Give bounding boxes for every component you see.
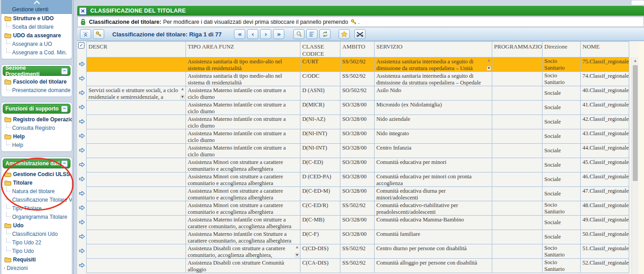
section-header-funzioni-di-supporto[interactable]: Funzioni di supporto −: [3, 104, 71, 114]
search-button[interactable]: [293, 29, 304, 39]
sidebar-item-classificazione-titolare-vid[interactable]: Classificazione Titolare Vid: [1, 195, 72, 204]
sidebar-item-udo[interactable]: Udo: [1, 221, 72, 230]
cell-servizio[interactable]: Nido aziendale: [375, 115, 492, 129]
collapse-section-icon[interactable]: −: [61, 106, 68, 112]
cell-direzione[interactable]: Socio Sanitario: [543, 72, 581, 86]
cell-servizio[interactable]: Comunità educativa per minori: [375, 158, 492, 172]
column-header-direzione[interactable]: Direzione: [543, 42, 581, 57]
sidebar-item-consulta-registro[interactable]: Consulta Registro: [1, 124, 72, 132]
sidebar-item-direzioni[interactable]: Direzioni: [1, 264, 72, 272]
cell-ambito[interactable]: SO/328/00: [340, 101, 375, 115]
table-row-handle[interactable]: [77, 129, 86, 143]
spinner-down-icon[interactable]: ▼: [295, 253, 299, 257]
table-row-handle[interactable]: [77, 57, 86, 71]
cell-descr[interactable]: [87, 158, 186, 172]
cell-nome[interactable]: 41.Classif_regionale: [581, 101, 629, 115]
sidebar-item-registro-delle-operazion[interactable]: Registro delle Operazion: [1, 115, 72, 124]
sidebar-item-tipo-udo-22[interactable]: Tipo Udo 22: [1, 238, 72, 247]
last-record-button[interactable]: »: [273, 29, 284, 39]
cell-ambito[interactable]: SO/328/00: [340, 129, 375, 144]
cell-tipo_area_funz[interactable]: Assistenza Disabili con strutture Comuni…: [186, 259, 300, 273]
cell-direzione[interactable]: Socio Sanitario: [543, 57, 581, 72]
cell-programmazione[interactable]: [492, 187, 543, 201]
cell-descr[interactable]: [87, 201, 186, 216]
cell-descr[interactable]: Servizi sociali e strutture sociali, a c…: [87, 86, 186, 101]
cell-programmazione[interactable]: [492, 201, 543, 216]
cell-servizio[interactable]: Assistenza sanitaria intermedia a seguit…: [375, 72, 492, 86]
cell-servizio[interactable]: Centro diurno per persone con disabilità: [375, 244, 492, 259]
column-header-tipo-area-funz[interactable]: TIPO AREA FUNZ: [186, 42, 300, 57]
cell-direzione[interactable]: Sociale: [543, 216, 581, 230]
cell-classe_codice[interactable]: D(C-ED): [300, 158, 340, 172]
cell-descr[interactable]: [87, 115, 186, 129]
cell-ambito[interactable]: SS/502/92: [340, 244, 375, 259]
table-scrollbar[interactable]: ▲: [631, 57, 639, 274]
collapse-section-icon[interactable]: −: [61, 160, 68, 167]
sidebar-item-classificazioni-udo[interactable]: Classificazioni Udo: [1, 230, 72, 238]
cell-tipo_area_funz[interactable]: Assistenza Minori con strutture a caratt…: [186, 158, 300, 172]
cell-programmazione[interactable]: [492, 144, 543, 158]
cell-classe_codice[interactable]: D (ASNI): [300, 86, 340, 101]
cell-classe_codice[interactable]: D(C-ED-M): [300, 187, 340, 201]
column-header-ambito[interactable]: AMBITO: [340, 42, 375, 57]
cell-nome[interactable]: 40.Classif_regionale: [581, 86, 629, 101]
cell-ambito[interactable]: SO/328/00: [340, 172, 375, 187]
cell-classe_codice[interactable]: C/ODC: [300, 72, 340, 86]
cell-programmazione[interactable]: [492, 230, 543, 244]
cell-descr[interactable]: [87, 172, 186, 187]
cell-servizio[interactable]: Comunità familiare: [375, 230, 492, 244]
sidebar-item-strutture-e-udo[interactable]: Strutture e UDO: [1, 14, 72, 22]
section-header-amministrazione-dati[interactable]: Amministrazione dati −: [3, 159, 71, 168]
cell-descr[interactable]: [87, 230, 186, 244]
cell-tipo_area_funz[interactable]: Assistenza sanitaria di tipo medio-alto …: [186, 57, 300, 72]
cell-scroll-spinner[interactable]: ▲▼: [486, 58, 491, 71]
cell-classe_codice[interactable]: C/URT: [300, 57, 340, 72]
cell-tipo_area_funz[interactable]: Assistenza sanitaria di tipo medio-alto …: [186, 72, 300, 86]
sidebar-item-assegnare-a-uo[interactable]: Assegnare a UO: [1, 40, 72, 48]
next-record-button[interactable]: ›: [260, 29, 271, 39]
cell-tipo_area_funz[interactable]: Assistenza Disabili con strutture a cara…: [186, 244, 300, 259]
cell-servizio[interactable]: Asilo Nido: [375, 86, 492, 101]
cell-programmazione[interactable]: [492, 57, 543, 72]
select-all-checkbox[interactable]: ✓: [78, 42, 84, 49]
cell-servizio[interactable]: Comunità educativo-riabilitative per pre…: [375, 201, 492, 216]
spinner-up-icon[interactable]: ▲: [488, 58, 490, 62]
cell-descr[interactable]: [87, 72, 186, 86]
cell-classe_codice[interactable]: D(NI-AZ): [300, 115, 340, 129]
cell-classe_codice[interactable]: C(C-ED/R): [300, 201, 340, 216]
cell-direzione[interactable]: Sociale: [543, 172, 581, 187]
cell-scroll-spinner[interactable]: ▲▼: [295, 245, 300, 257]
cell-ambito[interactable]: SS/502/92: [340, 72, 375, 86]
cell-nome[interactable]: 74.Classif_regionale: [581, 72, 629, 86]
table-row-handle[interactable]: [77, 143, 86, 158]
cell-classe_codice[interactable]: D(C-F): [300, 230, 340, 244]
sidebar-item-assegnare-a-cod-min[interactable]: Assegnare a Cod. Min.: [1, 48, 72, 57]
close-icon[interactable]: [79, 7, 87, 15]
sidebar-item-presentazione-domande[interactable]: Presentazione domande: [1, 86, 72, 94]
cell-tipo_area_funz[interactable]: Assistenza Materno infantile con struttu…: [186, 86, 300, 101]
cell-programmazione[interactable]: [492, 101, 543, 115]
cell-ambito[interactable]: SS/502/92: [340, 201, 375, 216]
cell-programmazione[interactable]: [492, 259, 543, 273]
cell-tipo_area_funz[interactable]: Assistenza Materno infantile con struttu…: [186, 144, 300, 158]
cell-descr[interactable]: [87, 101, 186, 115]
cell-direzione[interactable]: Socio Sanitario: [543, 259, 581, 273]
cell-classe_codice[interactable]: D(NI-INT): [300, 129, 340, 144]
sidebar-scroll-up[interactable]: Gestione utenti: [1, 0, 72, 14]
sidebar-item-tipo-titolare[interactable]: Tipo Titolare: [1, 204, 72, 212]
collapse-section-icon[interactable]: −: [61, 68, 68, 75]
cell-ambito[interactable]: SO/328/00: [340, 158, 375, 172]
first-record-button[interactable]: «: [234, 29, 245, 39]
table-row-handle[interactable]: [77, 186, 86, 201]
cell-direzione[interactable]: Sociale: [543, 158, 581, 172]
cell-nome[interactable]: 52.Classif_regionale: [581, 259, 629, 273]
column-header-descr[interactable]: DESCR: [87, 42, 186, 57]
cell-programmazione[interactable]: [492, 244, 543, 259]
export-button[interactable]: [354, 29, 366, 39]
collapse-panel-button[interactable]: [80, 29, 91, 39]
cell-programmazione[interactable]: [492, 115, 543, 129]
cell-descr[interactable]: [87, 244, 186, 259]
table-row-handle[interactable]: [77, 244, 86, 258]
spinner-up-icon[interactable]: ▲: [181, 87, 184, 91]
cell-nome[interactable]: 42.Classif_regionale: [581, 115, 629, 129]
